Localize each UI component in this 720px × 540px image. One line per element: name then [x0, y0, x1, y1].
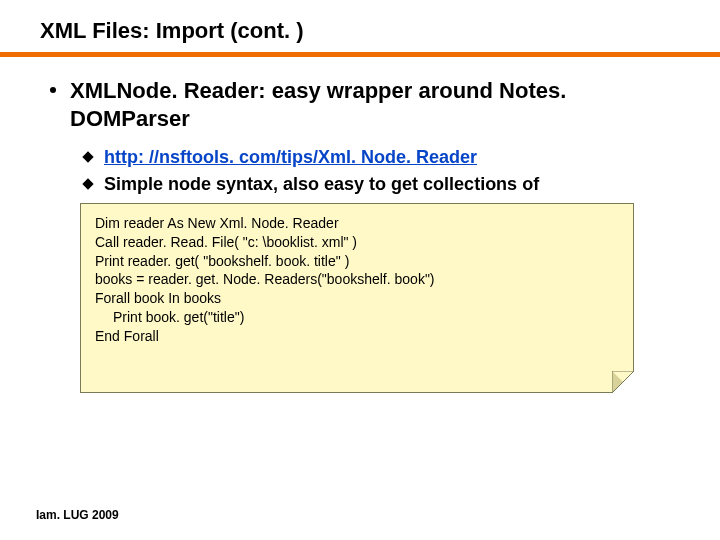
code-line: Call reader. Read. File( "c: \booklist. …: [95, 233, 619, 252]
diamond-icon: [82, 179, 93, 190]
slide-title: XML Files: Import (cont. ): [40, 18, 680, 44]
bullet-level1: XMLNode. Reader: easy wrapper around Not…: [50, 77, 680, 132]
code-line: Print reader. get( "bookshelf. book. tit…: [95, 252, 619, 271]
bullet-text: Simple node syntax, also easy to get col…: [104, 173, 539, 196]
code-line: Print book. get("title"): [95, 308, 619, 327]
code-line: End Forall: [95, 327, 619, 346]
code-sample: Dim reader As New Xml. Node. Reader Call…: [80, 203, 634, 393]
divider: [0, 52, 720, 57]
diamond-icon: [82, 151, 93, 162]
footer-text: Iam. LUG 2009: [36, 508, 119, 522]
code-line: Forall book In books: [95, 289, 619, 308]
bullet-level2-link: http: //nsftools. com/tips/Xml. Node. Re…: [84, 146, 680, 169]
code-line: books = reader. get. Node. Readers("book…: [95, 270, 619, 289]
bullet-dot-icon: [50, 87, 56, 93]
bullet-level2-text: Simple node syntax, also easy to get col…: [84, 173, 680, 196]
link-text[interactable]: http: //nsftools. com/tips/Xml. Node. Re…: [104, 146, 477, 169]
heading-text: XMLNode. Reader: easy wrapper around Not…: [70, 77, 680, 132]
code-line: Dim reader As New Xml. Node. Reader: [95, 214, 619, 233]
code-box: Dim reader As New Xml. Node. Reader Call…: [80, 203, 634, 393]
page-curl-mask: [612, 371, 634, 393]
